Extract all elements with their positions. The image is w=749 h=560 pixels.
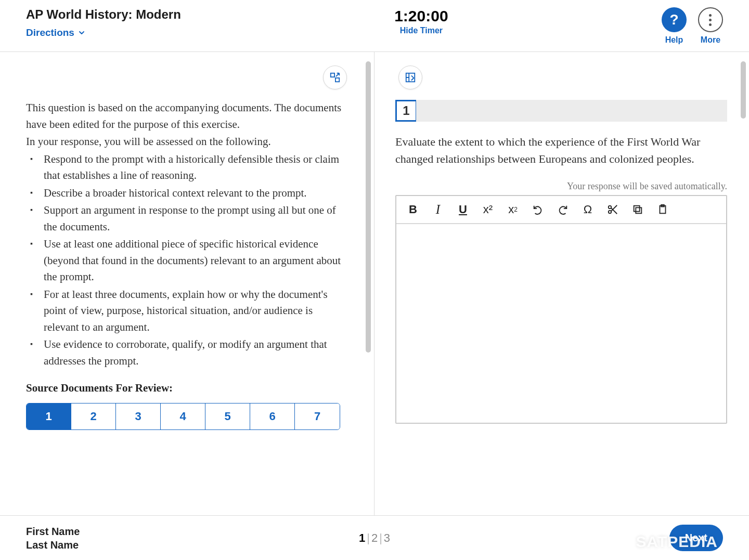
clipboard-icon [657, 204, 668, 215]
first-name: First Name [26, 525, 80, 538]
next-button[interactable]: Next [669, 525, 723, 551]
special-char-button[interactable]: Ω [577, 199, 598, 220]
header-center: 1:20:00 Hide Timer [394, 7, 448, 35]
document-tabs: 1 2 3 4 5 6 7 [26, 403, 340, 430]
question-number-bar [416, 100, 727, 122]
intro-paragraph-1: This question is based on the accompanyi… [26, 100, 350, 133]
timer-display: 1:20:00 [394, 7, 448, 25]
italic-button[interactable]: I [428, 199, 448, 220]
response-editor: B I U x² x2 Ω [395, 195, 727, 424]
page-3: 3 [384, 531, 390, 544]
app-footer: First Name Last Name 1|2|3 Next [0, 515, 749, 560]
cut-button[interactable] [602, 199, 623, 220]
page-2: 2 [371, 531, 378, 544]
copy-icon [632, 204, 643, 215]
left-pane-content: This question is based on the accompanyi… [0, 52, 374, 515]
expand-icon [329, 72, 341, 83]
page-indicator[interactable]: 1|2|3 [359, 531, 390, 545]
svg-rect-0 [331, 73, 334, 77]
doc-tab-6[interactable]: 6 [250, 403, 295, 429]
next-label: Next [685, 532, 707, 544]
instructions-text: This question is based on the accompanyi… [26, 100, 350, 150]
underline-button[interactable]: U [453, 199, 473, 220]
scissors-icon [607, 204, 618, 215]
redo-icon [557, 204, 569, 215]
superscript-button[interactable]: x² [477, 199, 498, 220]
more-button[interactable]: More [698, 7, 723, 45]
paste-button[interactable] [652, 199, 673, 220]
right-scrollbar[interactable] [741, 61, 746, 119]
help-label: Help [665, 35, 683, 45]
last-name: Last Name [26, 538, 80, 552]
right-pane: 1 Evaluate the extent to which the exper… [374, 52, 749, 515]
subscript-base: x [508, 203, 514, 216]
bullet-item: Use evidence to corroborate, qualify, or… [26, 336, 350, 369]
page-current: 1 [359, 531, 365, 544]
bullet-item: Use at least one additional piece of spe… [26, 236, 350, 285]
left-scrollbar[interactable] [366, 61, 371, 353]
redo-button[interactable] [552, 199, 573, 220]
doc-tab-7[interactable]: 7 [295, 403, 340, 429]
right-pane-content: 1 Evaluate the extent to which the exper… [374, 52, 749, 515]
subscript-sub: 2 [514, 206, 518, 213]
doc-tab-2[interactable]: 2 [71, 403, 116, 429]
directions-toggle[interactable]: Directions [26, 27, 181, 38]
expand-right-button[interactable] [398, 66, 422, 89]
svg-rect-6 [634, 206, 640, 212]
source-documents-heading: Source Documents For Review: [26, 382, 350, 395]
help-icon: ? [662, 7, 687, 32]
left-pane: This question is based on the accompanyi… [0, 52, 374, 515]
response-textarea[interactable] [396, 224, 726, 423]
bullet-item: Describe a broader historical context re… [26, 185, 350, 202]
collapse-icon [405, 72, 416, 83]
question-number-badge: 1 [395, 100, 417, 122]
main-split: This question is based on the accompanyi… [0, 52, 749, 515]
doc-tab-1[interactable]: 1 [27, 403, 71, 429]
bullet-item: Support an argument in response to the p… [26, 202, 350, 235]
bullet-item: For at least three documents, explain ho… [26, 286, 350, 336]
bullet-item: Respond to the prompt with a historicall… [26, 151, 350, 184]
copy-button[interactable] [627, 199, 648, 220]
student-name: First Name Last Name [26, 525, 80, 552]
exam-title: AP World History: Modern [26, 7, 181, 22]
header-left: AP World History: Modern Directions [26, 7, 181, 38]
doc-tab-4[interactable]: 4 [161, 403, 205, 429]
svg-rect-5 [636, 207, 641, 213]
more-icon [698, 7, 723, 32]
svg-rect-1 [335, 78, 339, 82]
question-prompt: Evaluate the extent to which the experie… [395, 133, 727, 167]
autosave-note: Your response will be saved automaticall… [395, 181, 727, 192]
intro-paragraph-2: In your response, you will be assessed o… [26, 134, 350, 150]
hide-timer-button[interactable]: Hide Timer [394, 26, 448, 35]
doc-tab-3[interactable]: 3 [116, 403, 161, 429]
directions-label: Directions [26, 27, 74, 38]
app-header: AP World History: Modern Directions 1:20… [0, 0, 749, 52]
undo-icon [532, 204, 544, 215]
undo-button[interactable] [527, 199, 548, 220]
chevron-down-icon [78, 29, 86, 37]
more-label: More [701, 35, 720, 45]
bold-button[interactable]: B [403, 199, 423, 220]
subscript-button[interactable]: x2 [502, 199, 523, 220]
editor-toolbar: B I U x² x2 Ω [396, 196, 726, 224]
question-number-row: 1 [395, 100, 727, 122]
doc-tab-5[interactable]: 5 [205, 403, 250, 429]
assessment-bullets: Respond to the prompt with a historicall… [26, 151, 350, 370]
expand-left-button[interactable] [323, 66, 347, 89]
help-button[interactable]: ? Help [662, 7, 687, 45]
header-right: ? Help More [662, 7, 723, 45]
